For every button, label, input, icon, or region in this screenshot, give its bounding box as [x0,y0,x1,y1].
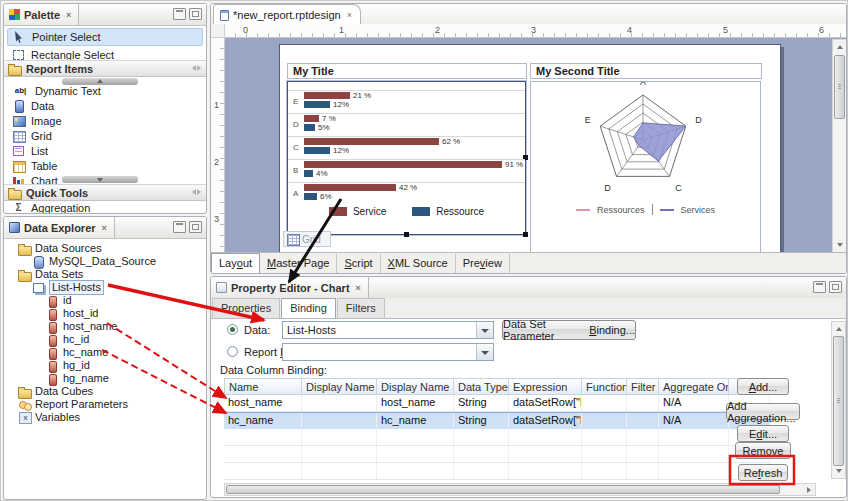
minimize-icon[interactable] [813,281,826,293]
minimize-icon[interactable] [173,221,186,233]
column-header-filter[interactable]: Filter [627,378,659,395]
button-refresh[interactable]: Refresh [738,464,788,481]
editor-vertical-scrollbar[interactable] [832,39,847,253]
data-set-parameter-binding-button[interactable]: Data Set Parameter Binding... [502,320,636,340]
report-item-radio[interactable] [227,346,238,357]
table-cell [454,446,509,462]
table-row[interactable]: host_namehost_nameStringdataSetRow["ho..… [224,395,770,412]
property-editor-tabs: PropertiesBindingFilters [211,298,846,319]
chevron-down-icon[interactable] [476,322,493,338]
radar-legend: RessourcesServices [531,204,760,215]
table-cell [377,429,454,445]
tree-item-report-parameters[interactable]: Report Parameters [6,398,204,411]
property-tab-filters[interactable]: Filters [337,298,385,318]
column-header-expression[interactable]: Expression [509,378,582,395]
editor-page-tab-master-page[interactable]: Master Page [260,254,337,273]
radar-axis-label: E [585,115,591,125]
collapse-toggle-icon[interactable] [192,188,201,195]
tree-item-host_id[interactable]: host_id [6,307,204,320]
tree-item-hc_name[interactable]: hc_name [6,346,204,359]
tree-item-data-sources[interactable]: Data Sources [6,242,204,255]
column-header-name[interactable]: Name [224,378,302,395]
close-icon[interactable]: × [356,283,361,293]
palette-item-table[interactable]: Table [7,158,203,173]
tree-item-hc_id[interactable]: hc_id [6,333,204,346]
bar-chart-element[interactable]: My Title E21 %12%D7 %5%C62 %12%B91 %4%A4… [287,63,527,235]
table-row[interactable] [224,463,770,480]
section-header-report-items[interactable]: Report Items [4,60,206,77]
bar-chart-plot[interactable]: E21 %12%D7 %5%C62 %12%B91 %4%A42 %6%Serv… [287,81,526,235]
tree-item-hg_name[interactable]: hg_name [6,372,204,385]
grid-element-label: Grid [302,234,321,245]
column-header-display-name[interactable]: Display Name [377,378,454,395]
maximize-icon[interactable] [189,8,202,20]
maximize-icon[interactable] [829,281,842,293]
property-horizontal-scrollbar[interactable] [224,483,816,496]
horizontal-ruler: 0123456 [225,24,846,38]
report-page[interactable]: My Title E21 %12%D7 %5%C62 %12%B91 %4%A4… [279,44,781,255]
palette-tool-label: Pointer Select [32,31,100,43]
tree-item-host_name[interactable]: host_name [6,320,204,333]
maximize-icon[interactable] [189,221,202,233]
section-header-quick-tools[interactable]: Quick Tools [4,184,206,201]
tree-item-hg_id[interactable]: hg_id [6,359,204,372]
tree-item-data-sets[interactable]: Data Sets [6,268,204,281]
palette-item-aggregation[interactable]: ΣAggregation [7,200,203,214]
editor-page-tab-xml-source[interactable]: XML Source [381,254,456,273]
editor-tab-new-report[interactable]: *new_report.rptdesign × [213,4,361,25]
tree-item-mysql_data_source[interactable]: MySQL_Data_Source [6,255,204,268]
button-add[interactable]: Add... [737,378,789,395]
tree-item-variables[interactable]: Variables [6,411,204,424]
button-remove[interactable]: Remove [735,442,791,459]
palette-item-dynamic-text[interactable]: ab|Dynamic Text [7,83,203,98]
collapse-toggle-icon[interactable] [192,64,201,71]
editor-page-tab-layout[interactable]: Layout [211,253,260,273]
palette-tool-pointer-select[interactable]: Pointer Select [7,28,203,46]
button-edit[interactable]: Edit... [737,425,789,442]
data-radio[interactable] [227,324,238,335]
tree-item-id[interactable]: id [6,294,204,307]
radar-chart-plot[interactable]: ADCDE RessourcesServices [530,81,761,253]
palette-item-list[interactable]: List [7,143,203,158]
selection-handle[interactable] [404,232,409,237]
data-set-combo[interactable]: List-Hosts [282,321,494,339]
editor-page-tab-script[interactable]: Script [337,254,380,273]
table-row[interactable] [224,446,770,463]
table-row[interactable] [224,429,770,446]
column-header-function[interactable]: Function [582,378,627,395]
column-header-display-name-id[interactable]: Display Name ID [302,378,377,395]
scroll-down-icon[interactable] [836,469,842,473]
scroll-up-icon[interactable] [837,45,843,49]
scroll-up-icon[interactable] [836,327,842,331]
palette-item-data[interactable]: Data [7,98,203,113]
button-addaggregation[interactable]: Add Aggregation... [726,403,800,420]
selection-handle[interactable] [523,232,528,237]
palette-tab[interactable]: Palette × [4,4,79,25]
property-editor-tab[interactable]: Property Editor - Chart × [211,277,369,298]
scroll-down-strip[interactable] [62,176,138,183]
property-tab-binding[interactable]: Binding [281,298,336,318]
chevron-down-icon[interactable] [476,344,493,360]
tree-item-list-hosts[interactable]: List-Hosts [6,281,204,294]
close-icon[interactable]: × [66,10,71,20]
radar-chart-element[interactable]: My Second Title ADCDE RessourcesServices [530,63,762,253]
layout-canvas[interactable]: My Title E21 %12%D7 %5%C62 %12%B91 %4%A4… [225,38,847,255]
property-tab-properties[interactable]: Properties [212,298,280,318]
table-row[interactable]: hc_namehc_nameStringdataSetRow["hc...N/A [224,412,770,430]
tree-item-data-cubes[interactable]: Data Cubes [6,385,204,398]
column-header-data-type[interactable]: Data Type [454,378,509,395]
data-explorer-tab[interactable]: Data Explorer × [4,217,115,238]
scroll-right-icon[interactable] [807,487,811,493]
scroll-down-icon[interactable] [837,243,843,247]
palette-item-grid[interactable]: Grid [7,128,203,143]
grid-element-tab[interactable]: Grid [283,231,331,247]
table-cell [627,395,659,411]
legend-line [660,209,674,211]
palette-item-image[interactable]: Image [7,113,203,128]
report-item-combo[interactable] [282,343,494,361]
close-icon[interactable]: × [102,223,107,233]
editor-page-tab-preview[interactable]: Preview [456,254,510,273]
close-icon[interactable]: × [347,10,352,20]
minimize-icon[interactable] [173,8,186,20]
property-vertical-scrollbar[interactable] [831,321,846,479]
